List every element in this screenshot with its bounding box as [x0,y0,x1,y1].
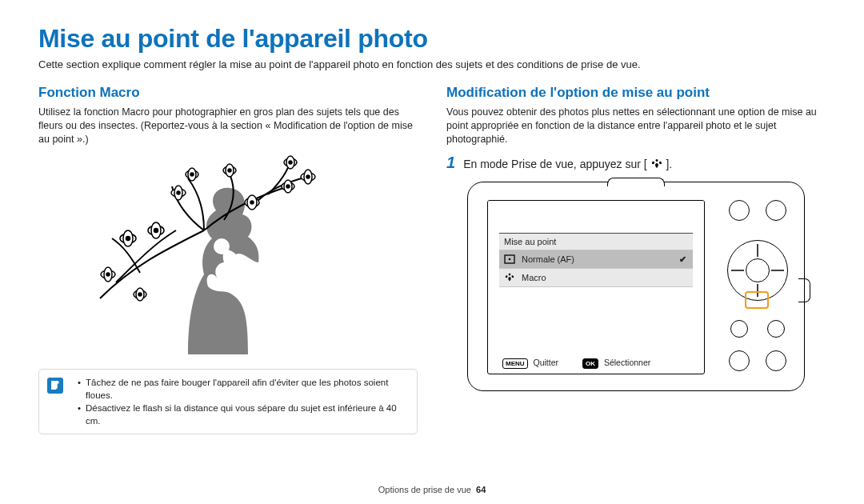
check-icon: ✔ [679,254,686,265]
svg-point-18 [228,169,231,172]
svg-point-9 [154,228,158,232]
macro-flower-icon [650,158,663,172]
svg-point-15 [190,173,194,176]
step-1: 1 En mode Prise de vue, appuyez sur [ ]. [446,154,826,172]
camera-button [729,350,750,371]
heading-macro: Fonction Macro [38,85,418,101]
macro-description: Utilisez la fonction Macro pour photogra… [38,106,418,146]
page-footer: Options de prise de vue 64 [0,485,864,494]
camera-button [730,320,748,338]
svg-point-0 [214,238,230,254]
menu-option-label: Normale (AF) [522,254,574,264]
svg-point-30 [286,185,290,188]
menu-option-normal-af[interactable]: Normale (AF) ✔ [499,250,693,269]
note-item: Tâchez de ne pas faire bouger l'appareil… [78,376,407,402]
page-intro: Cette section explique comment régler la… [38,58,826,70]
flowers-silhouette-icon [84,154,372,354]
svg-point-3 [126,236,130,240]
svg-point-12 [177,191,180,194]
svg-point-24 [289,161,292,164]
step-text-after: ]. [666,158,672,170]
svg-point-35 [509,258,511,260]
menu-key-icon: MENU [502,358,528,369]
heading-focus-option: Modification de l'option de mise au poin… [446,85,826,101]
dpad-down-highlight [745,291,769,309]
note-item: Désactivez le flash si la distance qui v… [78,402,407,427]
svg-point-27 [306,175,310,178]
page-title: Mise au point de l'appareil photo [38,24,826,54]
camera-screen: Mise au point Normale (AF) ✔ [487,200,705,374]
footer-select: OK Sélectionner [582,358,650,369]
footer-quit: MENU Quitter [502,358,558,369]
camera-button [766,350,786,371]
menu-option-label: Macro [522,273,546,282]
svg-point-6 [106,273,110,276]
camera-button [766,200,786,221]
af-target-icon [504,254,515,264]
focus-option-description: Vous pouvez obtenir des photos plus nett… [446,106,826,146]
menu-option-macro[interactable]: Macro [499,269,693,287]
svg-point-33 [138,293,142,296]
camera-button [767,320,785,338]
macro-flower-icon [504,273,515,282]
note-icon [47,378,63,394]
macro-illustration [38,154,418,354]
step-text-before: En mode Prise de vue, appuyez sur [ [463,158,647,170]
menu-title: Mise au point [499,234,693,250]
camera-back-illustration: Mise au point Normale (AF) ✔ [467,182,805,391]
ok-key-icon: OK [582,358,598,369]
camera-button [729,200,750,221]
note-box: Tâchez de ne pas faire bouger l'appareil… [38,369,418,434]
step-number: 1 [446,154,455,170]
svg-point-21 [250,201,254,204]
